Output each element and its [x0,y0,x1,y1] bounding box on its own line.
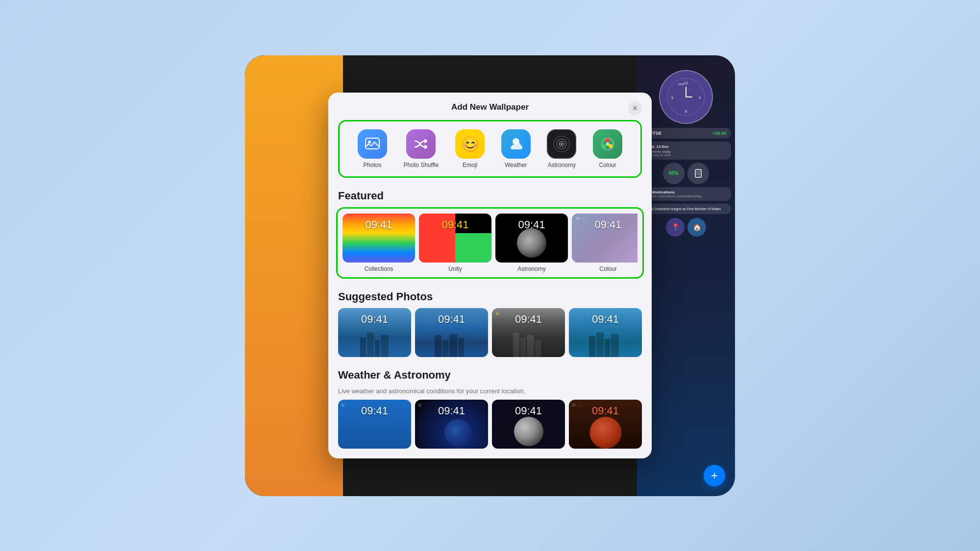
weather-moon-preview: 09:41 [492,400,565,449]
bottom-icon-row: 📍 🏠 [666,218,706,237]
svg-text:12: 12 [684,81,688,85]
featured-collections[interactable]: 09:41 Collections [343,214,415,272]
suggested-grid: 09:41 09:41 [328,308,652,357]
unity-preview: 09:41 [419,214,491,263]
collections-preview: 09:41 [343,214,415,263]
weather-icon [508,136,524,152]
featured-astronomy[interactable]: 09:41 Astronomy [495,214,568,272]
medication-desc: No medications scheduled today [652,194,702,198]
close-button[interactable]: ✕ [628,101,642,115]
weather-icon-bg [501,129,531,159]
svg-text:6: 6 [685,110,687,113]
weather-moon-shape [514,417,543,446]
category-photos[interactable]: Photos [358,129,387,168]
category-weather[interactable]: Weather [501,129,531,168]
emoji-icon-bg: 😊 [455,129,485,159]
svg-rect-22 [360,337,366,357]
svg-text:CUP: CUP [678,83,685,86]
medication-label: Medications [652,190,702,194]
circular-widgets-row: 60% [641,163,731,184]
category-shuffle-label: Photo Shuffle [404,162,439,168]
category-photo-shuffle[interactable]: Photo Shuffle [404,129,439,168]
svg-rect-31 [520,337,526,357]
colour-icon-bg [593,129,622,159]
featured-unity[interactable]: 09:41 Unity [419,214,491,272]
suggested-city3[interactable]: 🔒 09:41 [492,308,565,357]
clock-widget: 12 3 6 9 CUP [659,70,713,124]
category-emoji-label: Emoji [463,162,477,168]
collections-label: Collections [365,265,393,272]
city1-buildings [355,330,394,357]
category-emoji[interactable]: 😊 Emoji [455,129,485,168]
suggested-city1[interactable]: 09:41 [338,308,411,357]
city3-lock: 🔒 [495,311,500,315]
weather-row: ⊙ 09:41 ⊙ 09:41 09:41 [338,400,642,449]
svg-rect-28 [449,334,457,357]
emoji-icon: 😊 [461,136,479,153]
weather-mars-time: 09:41 [592,405,619,417]
weather-earth[interactable]: ⊙ 09:41 [415,400,488,449]
category-astronomy[interactable]: Astronomy [547,129,576,168]
clock-svg: 12 3 6 9 CUP [666,77,706,117]
weather-mars[interactable]: ⊙ ··· 09:41 [569,400,642,449]
svg-rect-23 [367,333,374,357]
photos-icon-bg [358,129,387,159]
svg-rect-33 [535,340,541,357]
weather-moon-time: 09:41 [515,405,542,417]
svg-rect-34 [589,336,595,357]
city4-time: 09:41 [592,313,619,326]
astronomy-icon-bg [547,129,576,159]
weather-blue-time: 09:41 [361,405,388,417]
city3-preview: 🔒 09:41 [492,308,565,357]
mars-top-icons: ⊙ ··· [572,403,581,407]
dialog-header: Add New Wallpaper ✕ [328,93,652,112]
weather-label: Weather & Astronomy [338,369,451,381]
battery-widget: 60% [663,163,685,184]
featured-colour[interactable]: ⊙ ··· 09:41 Colour [572,214,637,272]
weather-earth-time: 09:41 [438,405,465,417]
svg-rect-24 [375,340,380,357]
featured-section-header: Featured [328,186,652,207]
colour-icon [599,136,616,152]
home-icon-widget: 🏠 [687,218,706,237]
news-widget: Mark Drakeford resigns as First Minister… [641,204,731,214]
unity-label: Unity [448,265,462,272]
close-icon: ✕ [632,104,638,112]
astronomy-preview: 09:41 [495,214,568,263]
earth-top-icon: ⊙ [418,403,422,407]
right-phone-preview: 12 3 6 9 CUP ▲FTSE +25.04 Wed, 13 Dec No… [637,55,735,496]
svg-point-19 [609,144,612,148]
city2-preview: 09:41 [415,308,488,357]
suggested-city4[interactable]: 09:41 [569,308,642,357]
suggested-section-header: Suggested Photos [328,287,652,308]
weather-blue[interactable]: ⊙ 09:41 [338,400,411,449]
add-fab-button[interactable]: + [704,465,725,486]
city2-time: 09:41 [438,313,465,326]
category-colour-label: Colour [599,162,616,168]
phone-widget [687,163,709,184]
category-section: Photos Photo Shuffle [338,120,642,178]
weather-blue-preview: ⊙ 09:41 [338,400,411,449]
weather-moon[interactable]: 09:41 [492,400,565,449]
svg-point-11 [368,141,371,144]
calendar-note: No events today [646,150,726,153]
colour-top-icons: ⊙ ··· [576,216,585,221]
svg-rect-9 [696,170,700,175]
category-weather-label: Weather [505,162,527,168]
category-icons-row: Photos Photo Shuffle [349,129,631,168]
weather-earth-preview: ⊙ 09:41 [415,400,488,449]
svg-text:3: 3 [699,96,701,99]
unity-green [455,233,491,263]
category-colour[interactable]: Colour [593,129,622,168]
city4-preview: 09:41 [569,308,642,357]
weather-mars-preview: ⊙ ··· 09:41 [569,400,642,449]
svg-text:9: 9 [671,96,673,99]
news-label: Mark Drakeford resigns as First Minister… [646,207,726,211]
suggested-row: 09:41 09:41 [338,308,642,357]
stock-widget: ▲FTSE +25.04 [641,128,731,139]
suggested-city2[interactable]: 09:41 [415,308,488,357]
city1-time: 09:41 [361,313,388,326]
weather-grid: ⊙ 09:41 ⊙ 09:41 09:41 [328,400,652,458]
svg-rect-29 [458,337,464,357]
location-icon-widget: 📍 [666,218,685,237]
